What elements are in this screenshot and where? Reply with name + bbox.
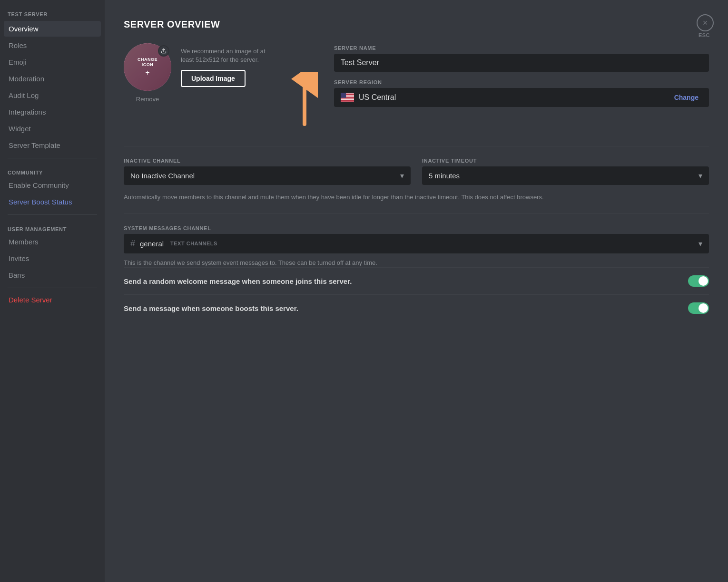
- server-name-section: SERVER NAME SERVER REGION: [334, 43, 709, 107]
- change-icon-text: CHANGEICON: [138, 57, 157, 68]
- chevron-down-icon: ▾: [698, 171, 702, 180]
- plus-icon: +: [145, 68, 149, 77]
- sidebar-item-server-boost-status[interactable]: Server Boost Status: [4, 194, 101, 210]
- sidebar-item-invites[interactable]: Invites: [4, 251, 101, 266]
- sidebar-item-delete-server[interactable]: Delete Server: [4, 292, 101, 308]
- system-messages-section: SYSTEM MESSAGES CHANNEL # general TEXT C…: [124, 225, 709, 268]
- sidebar-item-label: Invites: [9, 254, 29, 262]
- channel-type: TEXT CHANNELS: [170, 241, 217, 246]
- system-channel-hint: This is the channel we send system event…: [124, 258, 709, 268]
- divider-2: [124, 213, 709, 214]
- sidebar-item-bans[interactable]: Bans: [4, 267, 101, 283]
- sidebar-item-server-template[interactable]: Server Template: [4, 137, 101, 153]
- chevron-down-icon: ▾: [698, 239, 702, 248]
- close-icon: ×: [703, 18, 708, 28]
- sidebar-item-label: Roles: [9, 41, 27, 49]
- inactive-channel-field: INACTIVE CHANNEL No Inactive Channel ▾: [124, 158, 411, 185]
- sidebar-item-label: Bans: [9, 271, 25, 279]
- upload-hint: We recommend an image of at least 512x51…: [181, 47, 276, 64]
- server-icon-wrapper[interactable]: CHANGEICON +: [124, 43, 171, 91]
- community-section-label: COMMUNITY: [4, 162, 101, 177]
- divider-delete: [8, 288, 97, 288]
- server-region-field: SERVER REGION: [334, 79, 709, 107]
- us-flag-icon: [341, 93, 354, 102]
- server-region-label: SERVER REGION: [334, 79, 709, 85]
- sidebar-item-integrations[interactable]: Integrations: [4, 104, 101, 120]
- sidebar-item-label: Delete Server: [9, 296, 52, 304]
- close-button[interactable]: ×: [697, 14, 714, 31]
- region-change-button[interactable]: Change: [670, 92, 702, 103]
- inactive-channel-section: INACTIVE CHANNEL No Inactive Channel ▾ I…: [124, 158, 709, 185]
- upload-image-button[interactable]: Upload Image: [181, 70, 246, 87]
- svg-rect-15: [341, 101, 354, 102]
- esc-label: ESC: [698, 32, 710, 38]
- boost-toggle-row: Send a message when someone boosts this …: [124, 294, 709, 321]
- divider-community: [8, 158, 97, 158]
- inactive-channel-select[interactable]: No Inactive Channel ▾: [124, 166, 411, 185]
- sidebar-item-label: Server Boost Status: [9, 198, 72, 206]
- sidebar-item-label: Members: [9, 238, 39, 246]
- sidebar-item-roles[interactable]: Roles: [4, 38, 101, 53]
- server-name-label: SERVER NAME: [334, 45, 709, 51]
- check-icon: ✓: [702, 305, 706, 311]
- server-name-label: TEST SERVER: [4, 8, 101, 19]
- region-select[interactable]: US Central Change: [334, 88, 709, 107]
- page-title: SERVER OVERVIEW: [124, 19, 709, 30]
- region-name: US Central: [359, 93, 666, 102]
- sidebar-item-label: Emoji: [9, 58, 27, 66]
- inactive-channel-label: INACTIVE CHANNEL: [124, 158, 411, 164]
- sidebar-item-emoji[interactable]: Emoji: [4, 54, 101, 70]
- svg-rect-11: [341, 98, 354, 99]
- divider-1: [124, 146, 709, 146]
- sidebar-item-label: Integrations: [9, 108, 46, 116]
- upload-icon-button[interactable]: [158, 45, 169, 57]
- inactive-timeout-field: INACTIVE TIMEOUT 5 minutes ▾: [422, 158, 709, 185]
- welcome-toggle-label: Send a random welcome message when someo…: [124, 277, 352, 285]
- arrow-indicator: [285, 43, 319, 131]
- svg-rect-10: [341, 98, 354, 99]
- inactive-timeout-value: 5 minutes: [429, 172, 698, 180]
- sidebar: TEST SERVER Overview Roles Emoji Moderat…: [0, 0, 105, 582]
- svg-rect-12: [341, 99, 354, 100]
- svg-rect-13: [341, 100, 354, 101]
- sidebar-item-enable-community[interactable]: Enable Community: [4, 177, 101, 193]
- sidebar-item-label: Widget: [9, 125, 31, 133]
- welcome-toggle-row: Send a random welcome message when someo…: [124, 267, 709, 294]
- sidebar-item-label: Server Template: [9, 141, 60, 149]
- sidebar-item-label: Audit Log: [9, 91, 39, 99]
- sidebar-item-members[interactable]: Members: [4, 234, 101, 250]
- inactive-timeout-select[interactable]: 5 minutes ▾: [422, 166, 709, 185]
- sidebar-item-audit-log[interactable]: Audit Log: [4, 87, 101, 103]
- sidebar-item-label: Enable Community: [9, 181, 69, 189]
- chevron-down-icon: ▾: [400, 171, 404, 180]
- check-icon: ✓: [702, 278, 706, 284]
- server-name-field: SERVER NAME: [334, 45, 709, 72]
- inactive-timeout-label: INACTIVE TIMEOUT: [422, 158, 709, 164]
- server-name-input[interactable]: [334, 54, 709, 72]
- sidebar-item-widget[interactable]: Widget: [4, 121, 101, 136]
- sidebar-item-overview[interactable]: Overview: [4, 21, 101, 37]
- server-icon-section: CHANGEICON + Remove: [124, 43, 171, 103]
- divider-user-management: [8, 214, 97, 215]
- upload-section: We recommend an image of at least 512x51…: [181, 43, 276, 87]
- boost-toggle[interactable]: ✓: [688, 302, 709, 314]
- hash-icon: #: [130, 239, 135, 249]
- server-overview-top: CHANGEICON + Remove We: [124, 43, 709, 131]
- remove-icon-link[interactable]: Remove: [136, 96, 159, 103]
- sidebar-item-moderation[interactable]: Moderation: [4, 71, 101, 87]
- svg-rect-16: [341, 93, 346, 98]
- boost-toggle-label: Send a message when someone boosts this …: [124, 304, 298, 312]
- user-management-section-label: USER MANAGEMENT: [4, 219, 101, 234]
- inactive-channel-value: No Inactive Channel: [130, 172, 400, 180]
- svg-rect-14: [341, 101, 354, 102]
- channel-name: general: [140, 240, 164, 248]
- main-content: SERVER OVERVIEW CHANGEICON +: [105, 0, 728, 582]
- system-channel-select[interactable]: # general TEXT CHANNELS ▾: [124, 234, 709, 253]
- sidebar-item-label: Moderation: [9, 75, 44, 83]
- inactive-hint: Automatically move members to this chann…: [124, 193, 709, 202]
- system-messages-label: SYSTEM MESSAGES CHANNEL: [124, 225, 709, 231]
- welcome-toggle[interactable]: ✓: [688, 275, 709, 287]
- sidebar-item-label: Overview: [9, 25, 39, 33]
